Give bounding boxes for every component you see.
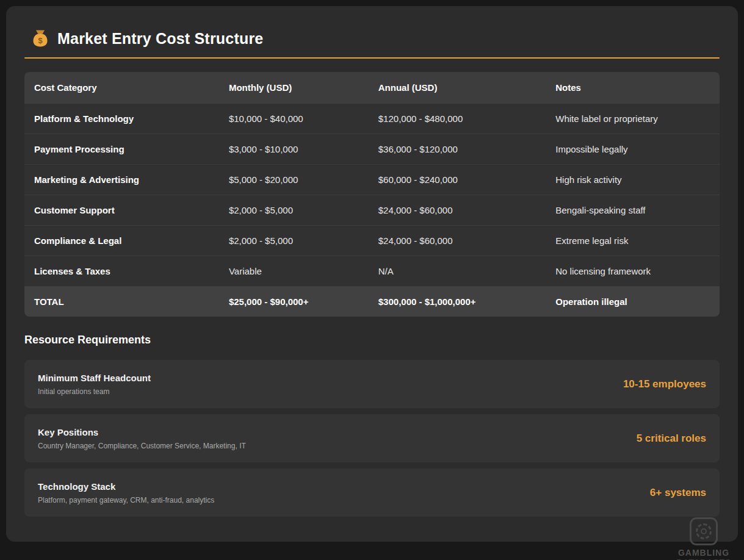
cost-table: Cost CategoryMonthly (USD)Annual (USD)No… bbox=[24, 72, 720, 317]
resource-value: 6+ systems bbox=[650, 487, 706, 499]
cell-notes: Impossible legally bbox=[546, 134, 720, 165]
resource-subtitle: Country Manager, Compliance, Customer Se… bbox=[38, 442, 246, 450]
table-row: Marketing & Advertising$5,000 - $20,000$… bbox=[24, 165, 720, 195]
cell-monthly: $10,000 - $40,000 bbox=[219, 104, 369, 134]
table-row: Payment Processing$3,000 - $10,000$36,00… bbox=[24, 134, 720, 165]
cell-category: Platform & Technology bbox=[24, 104, 219, 134]
resource-info: Technology StackPlatform, payment gatewa… bbox=[38, 481, 214, 504]
resource-value: 5 critical roles bbox=[637, 433, 706, 445]
card-header: $ Market Entry Cost Structure bbox=[24, 22, 720, 57]
table-header-row: Cost CategoryMonthly (USD)Annual (USD)No… bbox=[24, 72, 720, 104]
table-row: Licenses & TaxesVariableN/ANo licensing … bbox=[24, 256, 720, 287]
cell-monthly: Variable bbox=[219, 256, 369, 287]
table-body: Platform & Technology$10,000 - $40,000$1… bbox=[24, 104, 720, 317]
cell-annual: $120,000 - $480,000 bbox=[369, 104, 546, 134]
cell-annual: $36,000 - $120,000 bbox=[369, 134, 546, 165]
column-header: Notes bbox=[546, 72, 720, 104]
column-header: Cost Category bbox=[24, 72, 219, 104]
cell-category: Marketing & Advertising bbox=[24, 165, 219, 195]
cell-annual: $300,000 - $1,000,000+ bbox=[369, 287, 546, 317]
cell-notes: No licensing framework bbox=[546, 256, 720, 287]
cell-monthly: $2,000 - $5,000 bbox=[219, 226, 369, 256]
cell-notes: White label or proprietary bbox=[546, 104, 720, 134]
table-row: Customer Support$2,000 - $5,000$24,000 -… bbox=[24, 195, 720, 226]
page-title: Market Entry Cost Structure bbox=[57, 30, 263, 48]
resource-card: Technology StackPlatform, payment gatewa… bbox=[24, 468, 720, 517]
cell-category: Customer Support bbox=[24, 195, 219, 226]
resource-info: Minimum Staff HeadcountInitial operation… bbox=[38, 373, 151, 396]
resource-value: 10-15 employees bbox=[623, 378, 706, 390]
cell-monthly: $3,000 - $10,000 bbox=[219, 134, 369, 165]
watermark-text-line1: GAMBLING bbox=[672, 548, 735, 558]
resource-card: Key PositionsCountry Manager, Compliance… bbox=[24, 414, 720, 462]
svg-text:$: $ bbox=[38, 36, 43, 45]
resource-subtitle: Initial operations team bbox=[38, 387, 151, 396]
column-header: Monthly (USD) bbox=[219, 72, 369, 104]
column-header: Annual (USD) bbox=[369, 72, 546, 104]
cell-monthly: $25,000 - $90,000+ bbox=[219, 287, 369, 317]
cell-monthly: $5,000 - $20,000 bbox=[219, 165, 369, 195]
cell-notes: Extreme legal risk bbox=[546, 226, 720, 256]
resource-title: Key Positions bbox=[38, 427, 246, 437]
resource-card: Minimum Staff HeadcountInitial operation… bbox=[24, 360, 720, 408]
title-divider bbox=[24, 57, 720, 59]
table-row: Platform & Technology$10,000 - $40,000$1… bbox=[24, 104, 720, 134]
watermark-logo: GAMBLING DATABASES bbox=[672, 517, 735, 560]
cell-annual: N/A bbox=[369, 256, 546, 287]
main-card: $ Market Entry Cost Structure Cost Categ… bbox=[6, 6, 738, 542]
cell-notes: Bengali-speaking staff bbox=[546, 195, 720, 226]
table-row: Compliance & Legal$2,000 - $5,000$24,000… bbox=[24, 226, 720, 256]
resource-title: Minimum Staff Headcount bbox=[38, 373, 151, 383]
money-bag-icon: $ bbox=[32, 29, 49, 48]
cell-annual: $24,000 - $60,000 bbox=[369, 226, 546, 256]
cell-category: TOTAL bbox=[24, 287, 219, 317]
watermark-text-line2: DATABASES bbox=[672, 558, 735, 560]
cell-annual: $24,000 - $60,000 bbox=[369, 195, 546, 226]
total-row: TOTAL$25,000 - $90,000+$300,000 - $1,000… bbox=[24, 287, 720, 317]
resources-heading: Resource Requirements bbox=[24, 334, 720, 346]
resource-subtitle: Platform, payment gateway, CRM, anti-fra… bbox=[38, 496, 214, 504]
cell-category: Licenses & Taxes bbox=[24, 256, 219, 287]
resource-list: Minimum Staff HeadcountInitial operation… bbox=[24, 360, 720, 517]
resource-title: Technology Stack bbox=[38, 481, 214, 492]
cell-monthly: $2,000 - $5,000 bbox=[219, 195, 369, 226]
cell-annual: $60,000 - $240,000 bbox=[369, 165, 546, 195]
cell-category: Compliance & Legal bbox=[24, 226, 219, 256]
poker-chip-icon bbox=[690, 517, 718, 545]
cost-table-container: Cost CategoryMonthly (USD)Annual (USD)No… bbox=[24, 72, 720, 317]
resource-info: Key PositionsCountry Manager, Compliance… bbox=[38, 427, 246, 450]
cell-notes: High risk activity bbox=[546, 165, 720, 195]
cell-category: Payment Processing bbox=[24, 134, 219, 165]
cell-notes: Operation illegal bbox=[546, 287, 720, 317]
